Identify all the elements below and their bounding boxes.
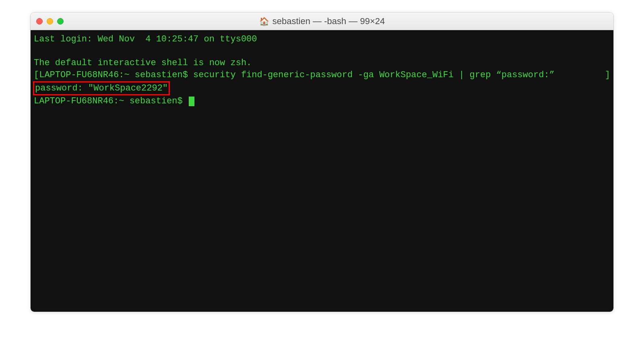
command-line: [LAPTOP-FU68NR46:~ sebastien$ security f… bbox=[34, 69, 610, 81]
window-title-text: sebastien — -bash — 99×24 bbox=[272, 16, 385, 27]
minimize-icon[interactable] bbox=[47, 18, 53, 25]
highlight-box: password: "WorkSpace2292" bbox=[33, 81, 170, 96]
password-output-text: password: "WorkSpace2292" bbox=[35, 83, 168, 93]
traffic-lights bbox=[36, 18, 64, 25]
bracket-right: ] bbox=[605, 69, 610, 81]
home-icon: 🏠 bbox=[259, 16, 269, 26]
close-icon[interactable] bbox=[36, 18, 43, 25]
maximize-icon[interactable] bbox=[57, 18, 64, 25]
cursor-icon bbox=[189, 97, 194, 106]
terminal-body[interactable]: Last login: Wed Nov 4 10:25:47 on ttys00… bbox=[31, 30, 613, 312]
prompt-1: LAPTOP-FU68NR46:~ sebastien$ bbox=[39, 70, 193, 80]
password-output-line: password: "WorkSpace2292" bbox=[34, 81, 610, 96]
blank-line bbox=[34, 45, 610, 58]
window-title: 🏠 sebastien — -bash — 99×24 bbox=[36, 16, 608, 27]
prompt-2: LAPTOP-FU68NR46:~ sebastien$ bbox=[34, 96, 188, 106]
bracket-left: [ bbox=[34, 70, 39, 80]
title-bar: 🏠 sebastien — -bash — 99×24 bbox=[31, 12, 613, 30]
prompt-line-2: LAPTOP-FU68NR46:~ sebastien$ bbox=[34, 95, 610, 107]
last-login-line: Last login: Wed Nov 4 10:25:47 on ttys00… bbox=[34, 33, 610, 45]
command-text: security find-generic-password -ga WorkS… bbox=[193, 70, 555, 80]
terminal-window: 🏠 sebastien — -bash — 99×24 Last login: … bbox=[30, 12, 614, 312]
zsh-notice-line: The default interactive shell is now zsh… bbox=[34, 57, 610, 69]
